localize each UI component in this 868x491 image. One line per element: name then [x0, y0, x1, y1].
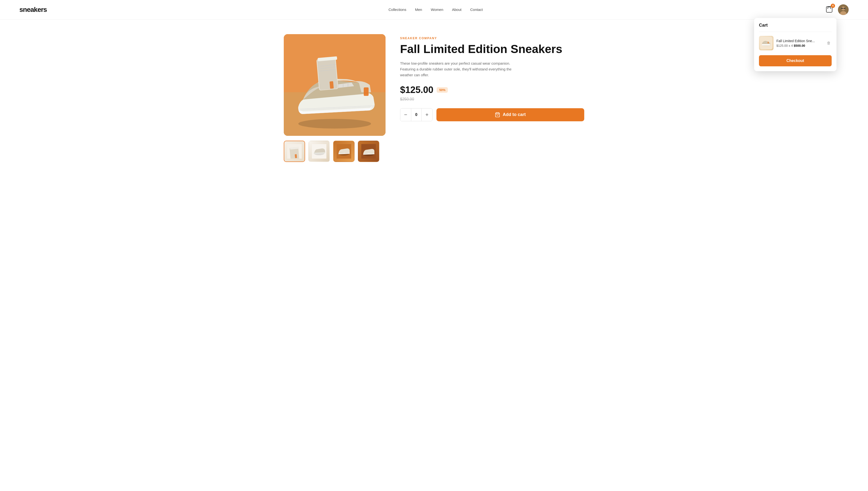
minus-icon: − [404, 112, 407, 118]
quantity-decrease-button[interactable]: − [400, 109, 411, 121]
add-to-cart-icon [495, 112, 500, 117]
nav-women[interactable]: Women [431, 7, 443, 11]
cart-button[interactable]: 4 [824, 5, 834, 15]
thumbnail-2[interactable] [308, 141, 330, 162]
cart-dropdown-title: Cart [759, 23, 832, 28]
brand-tag: SNEAKER COMPANY [400, 36, 584, 40]
product-title: Fall Limited Edition Sneakers [400, 43, 584, 56]
product-info: SNEAKER COMPANY Fall Limited Edition Sne… [400, 34, 584, 162]
nav-about[interactable]: About [452, 7, 461, 11]
main-product-image [284, 34, 385, 136]
thumb-svg-2 [312, 144, 326, 158]
cart-item-details: Fall Limited Edition Sne... $125.00 x 4 … [777, 39, 823, 48]
discount-badge: 50% [437, 87, 448, 93]
quantity-input[interactable] [411, 109, 422, 121]
add-to-cart-row: − + Add to cart [400, 108, 584, 121]
thumbnail-4[interactable] [358, 141, 379, 162]
nav-contact[interactable]: Contact [470, 7, 483, 11]
add-to-cart-button[interactable]: Add to cart [436, 108, 584, 121]
thumb-svg-1 [287, 144, 302, 158]
cart-item-x: x [789, 44, 791, 48]
header-right: 4 Cart [824, 4, 849, 15]
nav-men[interactable]: Men [415, 7, 422, 11]
thumbnail-strip [284, 141, 385, 162]
cart-badge: 4 [831, 4, 835, 8]
price-row: $125.00 50% [400, 85, 584, 95]
price-current: $125.00 [400, 85, 433, 95]
svg-rect-10 [762, 44, 770, 45]
delete-icon: 🗑 [827, 41, 831, 45]
avatar[interactable] [838, 4, 849, 15]
thumbnail-1[interactable] [284, 141, 305, 162]
quantity-increase-button[interactable]: + [422, 109, 432, 121]
product-description: These low-profile sneakers are your perf… [400, 60, 521, 78]
cart-item-unit-price: $125.00 [777, 44, 788, 48]
thumb-svg-3 [336, 144, 351, 158]
thumbnail-3[interactable] [333, 141, 354, 162]
checkout-button[interactable]: Checkout [759, 55, 832, 66]
product-gallery [284, 34, 385, 162]
cart-item-qty: 4 [791, 44, 793, 48]
cart-item-price: $125.00 x 4 $500.00 [777, 44, 823, 48]
svg-rect-9 [768, 41, 769, 44]
cart-item: Fall Limited Edition Sne... $125.00 x 4 … [759, 36, 832, 50]
add-to-cart-label: Add to cart [503, 112, 525, 117]
main-content: SNEAKER COMPANY Fall Limited Edition Sne… [264, 20, 604, 176]
main-nav: Collections Men Women About Contact [388, 7, 483, 12]
sneaker-main-svg [284, 34, 385, 136]
svg-point-13 [298, 119, 371, 128]
svg-rect-23 [330, 81, 334, 89]
cart-item-total: $500.00 [794, 44, 805, 48]
svg-rect-21 [317, 58, 337, 90]
quantity-control: − + [400, 108, 433, 121]
cart-dropdown: Cart Fall Li [754, 18, 837, 71]
header: sneakers Collections Men Women About Con… [0, 0, 868, 20]
svg-rect-30 [295, 154, 297, 158]
cart-item-image [759, 36, 774, 50]
svg-rect-19 [364, 87, 369, 96]
cart-item-delete-button[interactable]: 🗑 [826, 40, 832, 46]
thumb-svg-4 [361, 144, 376, 158]
cart-item-name: Fall Limited Edition Sne... [777, 39, 823, 43]
svg-rect-4 [841, 8, 843, 9]
plus-icon: + [426, 112, 429, 118]
svg-rect-5 [844, 8, 845, 9]
logo: sneakers [19, 6, 47, 13]
avatar-image [838, 4, 849, 15]
price-original: $250.00 [400, 97, 584, 102]
nav-collections[interactable]: Collections [388, 7, 406, 11]
